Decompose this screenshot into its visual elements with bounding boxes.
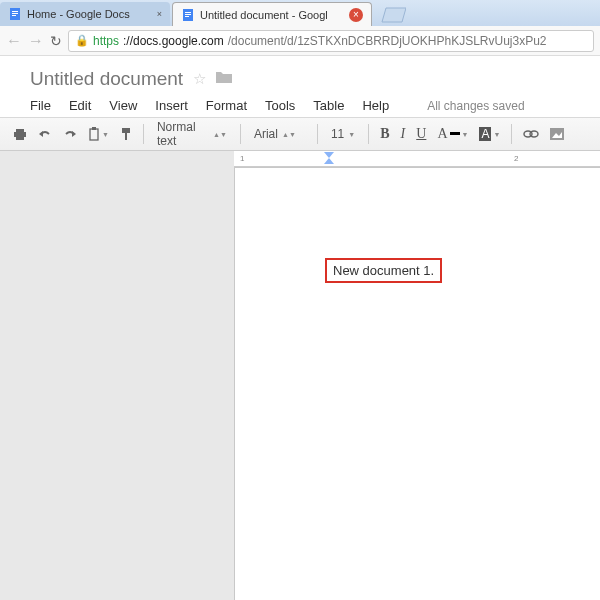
undo-button[interactable] (35, 126, 55, 142)
underline-button[interactable]: U (413, 124, 429, 144)
svg-rect-16 (122, 128, 130, 133)
clipboard-button[interactable]: ▼ (85, 125, 112, 143)
svg-rect-7 (185, 16, 189, 17)
document-page[interactable]: New document 1. (234, 167, 600, 600)
svg-rect-17 (125, 133, 127, 140)
separator (368, 124, 369, 144)
indent-marker-icon[interactable] (324, 152, 334, 166)
ruler[interactable]: 1 2 3 (234, 151, 600, 167)
ruler-num: 1 (240, 154, 244, 163)
size-label: 11 (331, 127, 344, 141)
print-button[interactable] (10, 126, 30, 143)
menu-bar: File Edit View Insert Format Tools Table… (30, 98, 570, 113)
browser-tab-home[interactable]: Home - Google Docs × (0, 2, 170, 26)
paint-format-button[interactable] (117, 125, 135, 143)
menu-file[interactable]: File (30, 98, 51, 113)
menu-format[interactable]: Format (206, 98, 247, 113)
menu-edit[interactable]: Edit (69, 98, 91, 113)
paragraph-style-dropdown[interactable]: Normal text▲▼ (152, 117, 232, 151)
tab-close-icon[interactable]: × (349, 8, 363, 22)
star-icon[interactable]: ☆ (193, 70, 206, 88)
back-button[interactable]: ← (6, 32, 22, 50)
menu-help[interactable]: Help (362, 98, 389, 113)
separator (317, 124, 318, 144)
svg-marker-22 (324, 152, 334, 158)
style-label: Normal text (157, 120, 209, 148)
menu-table[interactable]: Table (313, 98, 344, 113)
svg-rect-1 (12, 11, 18, 12)
url-host: ://docs.google.com (123, 34, 224, 48)
redo-button[interactable] (60, 126, 80, 142)
browser-nav-bar: ← → ↻ 🔒 https://docs.google.com/document… (0, 26, 600, 56)
url-scheme: https (93, 34, 119, 48)
font-dropdown[interactable]: Arial▲▼ (249, 124, 309, 144)
tab-title: Home - Google Docs (27, 8, 152, 20)
ruler-num: 2 (514, 154, 518, 163)
svg-rect-11 (16, 136, 24, 140)
browser-tab-strip: Home - Google Docs × Untitled document -… (0, 0, 600, 26)
reload-button[interactable]: ↻ (50, 33, 62, 49)
svg-rect-15 (92, 127, 96, 130)
insert-image-button[interactable] (547, 126, 567, 142)
separator (143, 124, 144, 144)
url-path: /document/d/1zSTKXnDCBRRDjUOKHPhKJSLRvUu… (228, 34, 547, 48)
svg-rect-14 (90, 129, 98, 140)
highlight-color-button[interactable]: A▼ (476, 125, 503, 143)
svg-rect-5 (185, 12, 191, 13)
docs-icon (181, 8, 195, 22)
new-tab-button[interactable] (378, 6, 406, 24)
document-body-text[interactable]: New document 1. (325, 258, 442, 283)
lock-icon: 🔒 (75, 34, 89, 47)
italic-button[interactable]: I (398, 124, 409, 144)
menu-view[interactable]: View (109, 98, 137, 113)
docs-icon (8, 7, 22, 21)
svg-rect-2 (12, 13, 18, 14)
svg-marker-23 (324, 158, 334, 164)
tab-close-icon[interactable]: × (157, 9, 162, 19)
font-size-dropdown[interactable]: 11▼ (326, 124, 360, 144)
text-color-button[interactable]: A▼ (434, 124, 471, 144)
editor-area: 1 2 3 New document 1. (0, 151, 600, 600)
svg-marker-13 (72, 131, 76, 137)
doc-title[interactable]: Untitled document (30, 68, 183, 90)
folder-icon[interactable] (216, 71, 232, 87)
menu-insert[interactable]: Insert (155, 98, 188, 113)
bold-button[interactable]: B (377, 124, 392, 144)
svg-marker-12 (39, 131, 43, 137)
insert-link-button[interactable] (520, 127, 542, 141)
separator (240, 124, 241, 144)
doc-header: Untitled document ☆ File Edit View Inser… (0, 56, 600, 117)
svg-marker-8 (382, 8, 406, 22)
toolbar: ▼ Normal text▲▼ Arial▲▼ 11▼ B I U A▼ A▼ (0, 117, 600, 151)
svg-point-19 (530, 131, 538, 137)
browser-tab-document[interactable]: Untitled document - Googl × (172, 2, 372, 26)
save-status: All changes saved (427, 99, 524, 113)
svg-rect-3 (12, 15, 16, 16)
tab-title: Untitled document - Googl (200, 9, 344, 21)
menu-tools[interactable]: Tools (265, 98, 295, 113)
forward-button[interactable]: → (28, 32, 44, 50)
font-label: Arial (254, 127, 278, 141)
address-bar[interactable]: 🔒 https://docs.google.com/document/d/1zS… (68, 30, 594, 52)
svg-rect-6 (185, 14, 191, 15)
svg-rect-9 (16, 129, 24, 132)
separator (511, 124, 512, 144)
